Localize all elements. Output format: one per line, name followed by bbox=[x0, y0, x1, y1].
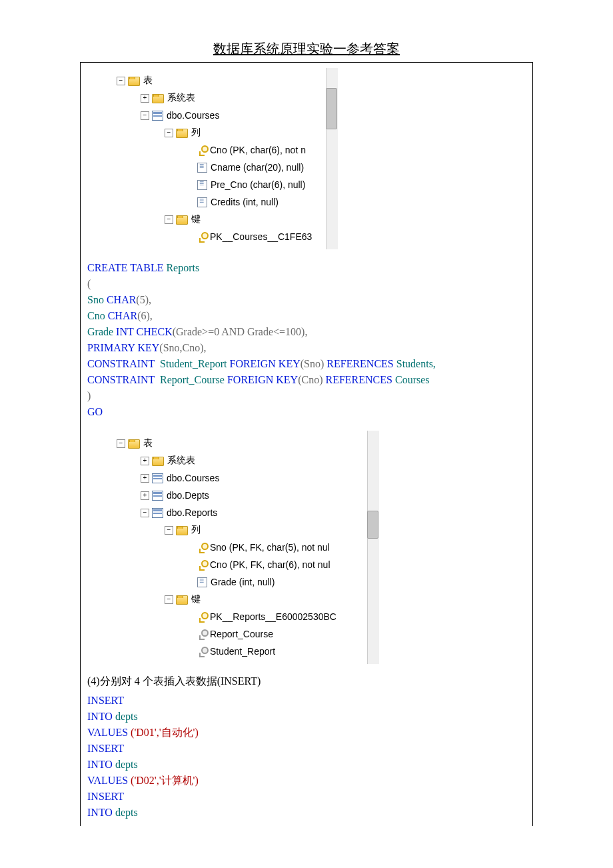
collapse-icon[interactable]: − bbox=[165, 129, 173, 137]
tree-label: Sno (PK, FK, char(5), not nul bbox=[210, 542, 330, 553]
tree-label: 列 bbox=[191, 524, 201, 536]
tree-key-pk[interactable]: PK__Reports__E60002530BC bbox=[93, 608, 379, 625]
tree-label: 列 bbox=[191, 127, 201, 139]
tree-node-reports[interactable]: − dbo.Reports bbox=[93, 504, 379, 521]
folder-icon bbox=[152, 457, 164, 466]
object-explorer-courses: − 表 + 系统表 − dbo.Courses bbox=[93, 68, 338, 249]
tree-key-reportcourse[interactable]: Report_Course bbox=[93, 625, 379, 643]
tree-label: Cno (PK, FK, char(6), not nul bbox=[210, 559, 330, 570]
folder-icon bbox=[152, 94, 164, 103]
tree-label: 系统表 bbox=[167, 92, 195, 104]
table-icon bbox=[152, 508, 163, 518]
tree-column-precno[interactable]: Pre_Cno (char(6), null) bbox=[93, 176, 338, 193]
tree-label: Student_Report bbox=[210, 646, 275, 657]
page-title: 数据库系统原理实验一参考答案 bbox=[0, 40, 613, 58]
tree-node-tables[interactable]: − 表 bbox=[93, 435, 379, 452]
folder-icon bbox=[128, 77, 140, 86]
tree-label: PK__Courses__C1FE63 bbox=[210, 231, 312, 242]
tree-label: Credits (int, null) bbox=[211, 197, 279, 207]
tree-label: 键 bbox=[191, 213, 201, 225]
expand-icon[interactable]: + bbox=[141, 474, 149, 483]
section-4-heading: (4)分别对 4 个表插入表数据(INSERT) bbox=[81, 669, 532, 693]
tree-label: Cno (PK, char(6), not n bbox=[210, 145, 306, 155]
pk-key-icon bbox=[197, 145, 207, 155]
tree-label: 系统表 bbox=[167, 455, 195, 467]
collapse-icon[interactable]: − bbox=[117, 77, 125, 85]
tree-node-courses[interactable]: + dbo.Courses bbox=[93, 469, 379, 487]
tree-key-pkcourses[interactable]: PK__Courses__C1FE63 bbox=[93, 228, 338, 245]
tree-label: dbo.Courses bbox=[167, 473, 219, 483]
document-frame: − 表 + 系统表 − dbo.Courses bbox=[80, 62, 533, 826]
tree-label: Grade (int, null) bbox=[211, 577, 275, 587]
tree-node-systables[interactable]: + 系统表 bbox=[93, 89, 338, 107]
tree-label: 表 bbox=[143, 437, 153, 449]
column-icon bbox=[197, 180, 207, 190]
tree-node-tables[interactable]: − 表 bbox=[93, 72, 338, 89]
pk-key-icon bbox=[197, 612, 207, 621]
collapse-icon[interactable]: − bbox=[117, 439, 125, 448]
fk-key-icon bbox=[197, 647, 207, 656]
tree-label: PK__Reports__E60002530BC bbox=[210, 611, 336, 622]
tree-node-keys[interactable]: − 键 bbox=[93, 211, 338, 228]
table-icon bbox=[152, 111, 163, 121]
tree-node-columns[interactable]: − 列 bbox=[93, 124, 338, 141]
table-icon bbox=[152, 473, 163, 483]
pk-key-icon bbox=[197, 232, 207, 241]
collapse-icon[interactable]: − bbox=[165, 526, 173, 535]
tree-node-keys[interactable]: − 键 bbox=[93, 591, 379, 608]
tree-label: Pre_Cno (char(6), null) bbox=[211, 179, 305, 190]
folder-icon bbox=[176, 129, 188, 138]
column-icon bbox=[197, 197, 207, 207]
tree-column-cname[interactable]: Cname (char(20), null) bbox=[93, 159, 338, 176]
tree-label: dbo.Reports bbox=[167, 507, 217, 518]
folder-icon bbox=[128, 439, 140, 449]
tree-column-cno[interactable]: Cno (PK, char(6), not n bbox=[93, 141, 338, 159]
collapse-icon[interactable]: − bbox=[165, 215, 173, 224]
column-icon bbox=[197, 577, 207, 587]
folder-icon bbox=[176, 526, 188, 535]
tree-label: dbo.Courses bbox=[167, 110, 219, 121]
tree-key-studentreport[interactable]: Student_Report bbox=[93, 643, 379, 660]
expand-icon[interactable]: + bbox=[141, 457, 149, 465]
tree-column-grade[interactable]: Grade (int, null) bbox=[93, 573, 379, 591]
object-explorer-reports: − 表 + 系统表 + dbo.Courses bbox=[93, 431, 379, 664]
collapse-icon[interactable]: − bbox=[165, 595, 173, 604]
tree-node-depts[interactable]: + dbo.Depts bbox=[93, 487, 379, 504]
fk-key-icon bbox=[197, 629, 207, 639]
folder-icon bbox=[176, 595, 188, 605]
tree-node-courses[interactable]: − dbo.Courses bbox=[93, 107, 338, 124]
tree-column-sno[interactable]: Sno (PK, FK, char(5), not nul bbox=[93, 539, 379, 556]
collapse-icon[interactable]: − bbox=[141, 509, 149, 517]
tree-column-credits[interactable]: Credits (int, null) bbox=[93, 193, 338, 211]
tree-label: 表 bbox=[143, 75, 153, 87]
tree-label: Report_Course bbox=[210, 629, 273, 639]
tree-label: Cname (char(20), null) bbox=[211, 162, 304, 173]
sql-create-reports: CREATE TABLE Reports ( Sno CHAR(5), Cno … bbox=[81, 255, 532, 425]
expand-icon[interactable]: + bbox=[141, 94, 149, 103]
tree-label: 键 bbox=[191, 593, 201, 605]
folder-icon bbox=[176, 215, 188, 225]
tree-label: dbo.Depts bbox=[167, 490, 209, 501]
table-icon bbox=[152, 491, 163, 501]
pk-key-icon bbox=[197, 543, 207, 552]
expand-icon[interactable]: + bbox=[141, 491, 149, 500]
collapse-icon[interactable]: − bbox=[141, 111, 149, 120]
tree-column-cno[interactable]: Cno (PK, FK, char(6), not nul bbox=[93, 556, 379, 573]
tree-node-systables[interactable]: + 系统表 bbox=[93, 452, 379, 469]
pk-key-icon bbox=[197, 560, 207, 569]
column-icon bbox=[197, 163, 207, 173]
tree-node-columns[interactable]: − 列 bbox=[93, 521, 379, 539]
sql-insert-depts: INSERT INTO depts VALUES ('D01','自动化') I… bbox=[81, 693, 532, 826]
